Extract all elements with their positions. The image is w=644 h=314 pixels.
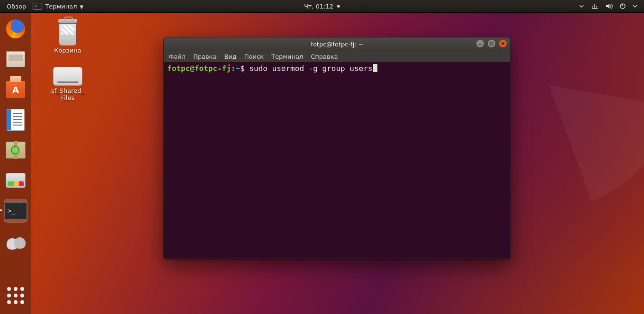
- menu-file[interactable]: Файл: [169, 53, 186, 60]
- volume-icon[interactable]: [605, 3, 613, 9]
- prompt-user: fotpc@fotpc-fj: [167, 64, 231, 73]
- terminal-command: sudo usermod -g group users: [249, 64, 372, 73]
- chevron-down-icon[interactable]: [633, 4, 637, 9]
- users-icon: [6, 233, 26, 250]
- launcher-package-installer[interactable]: [4, 138, 27, 162]
- app-menu-label: Терминал: [45, 3, 77, 10]
- expand-down-icon[interactable]: [579, 3, 584, 9]
- app-menu[interactable]: > Терминал ▼: [33, 3, 83, 10]
- files-icon: [6, 51, 25, 67]
- window-maximize-button[interactable]: [488, 40, 495, 47]
- libreoffice-writer-icon: [7, 109, 25, 131]
- launcher-terminal[interactable]: [4, 199, 27, 223]
- prompt-path: ~: [236, 64, 241, 73]
- disks-icon: [6, 173, 26, 188]
- prompt-dollar: $: [240, 64, 245, 73]
- window-close-button[interactable]: [499, 40, 507, 47]
- show-applications-button[interactable]: [4, 284, 27, 307]
- desktop-icon-shared-folder[interactable]: sf_Shared_ Files: [42, 67, 94, 102]
- launcher-software[interactable]: [4, 78, 27, 101]
- chevron-down-icon: ▼: [80, 4, 84, 9]
- menu-search[interactable]: Поиск: [244, 53, 264, 60]
- power-icon[interactable]: [619, 3, 626, 9]
- drive-icon: [53, 67, 82, 86]
- launcher-firefox[interactable]: [4, 17, 27, 41]
- network-icon[interactable]: [591, 3, 599, 9]
- clock[interactable]: Чт, 01:12: [304, 3, 340, 10]
- terminal-icon: >: [33, 3, 42, 9]
- menu-view[interactable]: Вид: [224, 53, 236, 60]
- launcher-writer[interactable]: [4, 108, 27, 132]
- window-menubar: Файл Правка Вид Поиск Терминал Справка: [164, 51, 510, 63]
- launcher-dock: [0, 12, 31, 314]
- package-icon: [6, 142, 26, 159]
- window-title: fotpc@fotpc-fj: ~: [311, 41, 363, 48]
- desktop-icons: Корзина sf_Shared_ Files: [42, 19, 94, 102]
- desktop-icon-trash[interactable]: Корзина: [42, 19, 94, 54]
- top-panel: Обзор > Терминал ▼ Чт, 01:12: [0, 0, 644, 13]
- trash-icon: [56, 19, 79, 45]
- terminal-window: fotpc@fotpc-fj: ~ Файл Правка Вид Поиск …: [164, 37, 510, 259]
- terminal-cursor: [373, 64, 377, 72]
- notification-dot-icon: [337, 5, 340, 8]
- menu-edit[interactable]: Правка: [193, 53, 216, 60]
- launcher-files[interactable]: [4, 47, 27, 71]
- window-minimize-button[interactable]: [476, 40, 484, 47]
- desktop-icon-label: Корзина: [54, 47, 81, 54]
- clock-label: Чт, 01:12: [304, 3, 333, 10]
- activities-button[interactable]: Обзор: [7, 3, 26, 10]
- prompt-sep: :: [231, 64, 236, 73]
- window-titlebar[interactable]: fotpc@fotpc-fj: ~: [164, 37, 510, 51]
- firefox-icon: [6, 19, 25, 38]
- software-center-icon: [6, 81, 25, 98]
- terminal-icon: [4, 202, 27, 219]
- menu-terminal[interactable]: Терминал: [271, 53, 303, 60]
- desktop: Обзор > Терминал ▼ Чт, 01:12: [0, 0, 644, 314]
- menu-help[interactable]: Справка: [311, 53, 338, 60]
- desktop-icon-label: sf_Shared_ Files: [51, 88, 84, 102]
- svg-rect-1: [490, 42, 493, 45]
- launcher-disks[interactable]: [4, 169, 27, 192]
- launcher-users[interactable]: [4, 229, 27, 253]
- terminal-body[interactable]: fotpc@fotpc-fj:~$ sudo usermod -g group …: [164, 62, 510, 259]
